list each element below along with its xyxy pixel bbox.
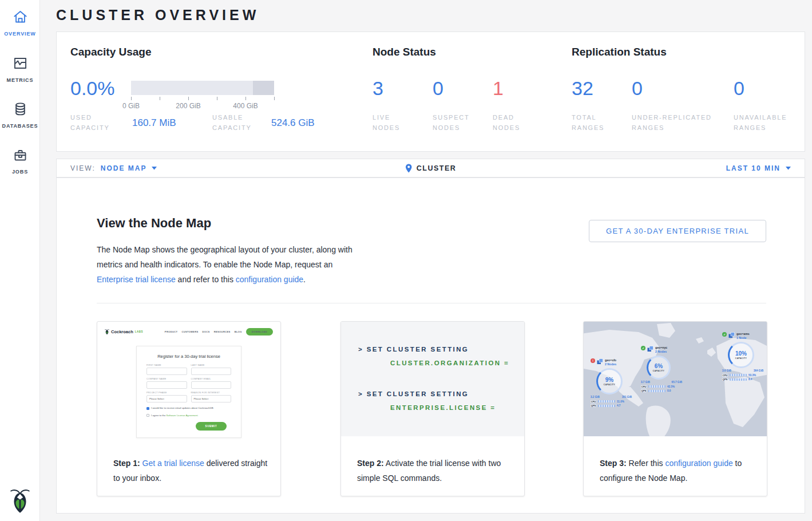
qps-row: QPS 0.0 xyxy=(641,389,684,392)
live-nodes-label: LIVENODES xyxy=(373,112,400,133)
trial-site-brand: Cockroach LABS xyxy=(105,329,143,335)
capacity-percent: 0.0% xyxy=(70,78,115,98)
enterprise-trial-license-link[interactable]: Enterprise trial license xyxy=(97,275,176,284)
sidebar-item-overview[interactable]: OVERVIEW xyxy=(0,9,40,37)
sidebar-item-label: JOBS xyxy=(12,169,28,175)
nodes-cubes-icon xyxy=(728,332,735,338)
sidebar-item-label: DATABASES xyxy=(2,123,38,129)
select-input: Please Select xyxy=(146,395,187,402)
badge-header: geo=sfo 2 Nodes xyxy=(591,358,634,366)
license-agreement-checkbox-row: I agree to the Software License Agreemen… xyxy=(146,414,231,417)
cockroach-bug-icon xyxy=(105,329,109,335)
page-title: CLUSTER OVERVIEW xyxy=(56,7,259,23)
under-replicated-ranges-label: UNDER-REPLICATEDRANGES xyxy=(632,112,712,133)
qps-bar xyxy=(730,378,747,381)
cpu-row: CPU 42.5% xyxy=(641,385,684,388)
sql-line: > SET CLUSTER SETTING xyxy=(358,390,469,397)
email-updates-checkbox-row: I would like to receive email updates ab… xyxy=(146,406,231,410)
view-toolbar: VIEW: NODE MAP CLUSTER LAST 10 MIN xyxy=(56,159,805,177)
total-ranges-label: TOTALRANGES xyxy=(572,112,604,133)
software-license-link: Software License Agreement. xyxy=(167,414,199,417)
sql-line: ENTERPRISE.LICENSE = xyxy=(390,404,496,411)
capacity-ring: 9% CAPACITY xyxy=(596,368,623,394)
capacity-arc xyxy=(596,368,623,394)
configuration-guide-link[interactable]: configuration guide xyxy=(665,459,732,468)
locality-label: geo=ams xyxy=(736,332,750,336)
nav-item: RESOURCES xyxy=(214,330,231,333)
nodes-cubes-icon xyxy=(597,358,603,365)
used-gib: 3.2 GiB xyxy=(591,396,600,398)
step-number: Step 2: xyxy=(357,459,384,468)
description-text: . xyxy=(303,275,306,284)
configuration-guide-link[interactable]: configuration guide xyxy=(236,275,303,284)
node-map-description: The Node Map shows the geographical layo… xyxy=(97,242,359,287)
form-field: REASON FOR INTERESTPlease Select xyxy=(191,392,232,402)
capacity-arc xyxy=(728,342,754,368)
locality-label: geo=sfo xyxy=(605,358,616,362)
used-gib: 3.7 GiB xyxy=(641,381,650,384)
used-capacity-value: 160.7 MiB xyxy=(132,117,176,129)
unavailable-ranges-value: 0 xyxy=(734,78,744,98)
capacity-usage-title: Capacity Usage xyxy=(70,46,152,58)
form-field: COMPANY NAME xyxy=(146,378,187,389)
sidebar-item-databases[interactable]: DATABASES xyxy=(0,101,40,129)
badge-header: geo=nyc 2 Nodes xyxy=(641,346,684,353)
view-selector-dropdown[interactable]: VIEW: NODE MAP xyxy=(70,164,157,172)
locality-badge-ams: geo=ams 1 Node 10% CAPACITY 3.6 GiB 364 … xyxy=(722,332,766,381)
total-ranges-value: 32 xyxy=(572,78,593,98)
get-trial-license-link[interactable]: Get a trial license xyxy=(142,459,204,468)
dead-status-icon xyxy=(591,358,595,363)
chevron-down-icon xyxy=(786,167,791,170)
step3-card: geo=sfo 2 Nodes 9% CAPACITY 3.2 GiB 351 … xyxy=(583,321,767,496)
nav-item: BLOG xyxy=(235,330,242,333)
nav-item: CUSTOMERS xyxy=(181,330,198,333)
form-field: PROJECT PHASEPlease Select xyxy=(146,392,187,402)
gauge-tick xyxy=(274,97,275,100)
gauge-tick xyxy=(188,97,189,100)
suspect-nodes-value: 0 xyxy=(433,78,443,98)
node-count: 2 Nodes xyxy=(605,362,616,366)
form-fields: FIRST NAME LAST NAME COMPANY NAME COMPAN… xyxy=(146,364,231,402)
capacity-arc xyxy=(647,356,671,380)
checkbox-label: I agree to the Software License Agreemen… xyxy=(151,414,199,417)
node-map-heading: View the Node Map xyxy=(97,216,211,231)
step2-card: > SET CLUSTER SETTING CLUSTER.ORGANIZATI… xyxy=(340,321,525,496)
time-range-value: LAST 10 MIN xyxy=(726,164,781,172)
gauge-tick xyxy=(131,97,132,100)
sql-line: CLUSTER.ORGANIZATION = xyxy=(390,360,509,366)
submit-pill: SUBMIT xyxy=(196,422,227,431)
gauge-tick-label: 0 GiB xyxy=(122,102,140,110)
sidebar-item-jobs[interactable]: JOBS xyxy=(0,147,40,175)
cpu-value: 11.0% xyxy=(617,400,624,403)
used-gib: 3.6 GiB xyxy=(722,369,731,372)
text-input xyxy=(146,368,187,375)
step1-card: Cockroach LABS PRODUCT CUSTOMERS DOCS RE… xyxy=(97,321,281,496)
step-number: Step 3: xyxy=(600,459,627,468)
gauge-end-segment xyxy=(253,81,275,95)
view-selected-value: NODE MAP xyxy=(101,164,147,172)
time-range-dropdown[interactable]: LAST 10 MIN xyxy=(726,164,791,172)
trial-site-header: Cockroach LABS PRODUCT CUSTOMERS DOCS RE… xyxy=(97,322,280,341)
qps-value: 4.7 xyxy=(617,404,620,407)
checkbox-checked-icon xyxy=(146,407,149,410)
cpu-label: CPU xyxy=(591,400,596,403)
cluster-summary-panel: Capacity Usage 0.0% 0 GiB 200 GiB 400 Gi… xyxy=(56,31,805,152)
cpu-bar xyxy=(598,400,615,402)
step-number: Step 1: xyxy=(113,459,140,468)
sql-code-block: > SET CLUSTER SETTING CLUSTER.ORGANIZATI… xyxy=(341,322,524,436)
cockroach-labs-logo-icon xyxy=(0,487,40,514)
node-count: 1 Node xyxy=(736,336,750,340)
sidebar-item-metrics[interactable]: METRICS xyxy=(0,56,40,83)
qps-bar xyxy=(648,390,666,392)
nav-item: PRODUCT xyxy=(165,330,178,333)
node-count: 2 Nodes xyxy=(655,350,667,353)
live-status-icon xyxy=(722,332,727,337)
gauge-tick xyxy=(160,97,160,100)
brand-suffix: LABS xyxy=(135,330,143,333)
cpu-value: 53.3% xyxy=(748,374,756,377)
enterprise-trial-button[interactable]: GET A 30-DAY ENTERPRISE TRIAL xyxy=(589,220,766,242)
total-gib: 364 GiB xyxy=(754,369,763,372)
qps-bar xyxy=(598,405,615,407)
form-field: COMPANY EMAIL xyxy=(191,378,232,389)
view-label: VIEW: xyxy=(70,164,96,172)
